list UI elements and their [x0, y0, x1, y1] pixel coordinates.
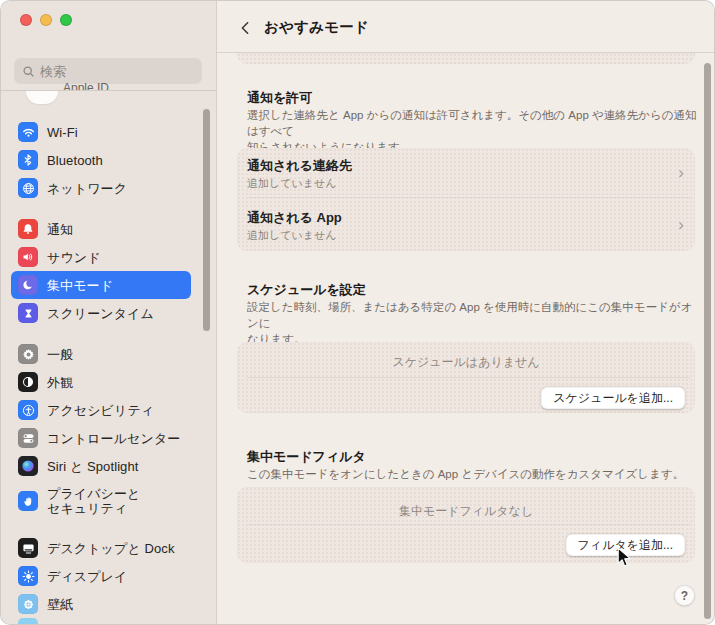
- schedule-card: スケジュールはありません スケジュールを追加...: [237, 342, 695, 413]
- search-input[interactable]: [40, 64, 194, 79]
- hourglass-icon: [18, 303, 38, 323]
- card-divider: [247, 524, 690, 525]
- apple-id-label-clipped: Apple ID: [63, 81, 109, 90]
- allow-notifications-heading: 通知を許可: [247, 89, 312, 107]
- header: おやすみモード: [217, 1, 715, 53]
- bell-icon: [18, 219, 38, 239]
- row-subtitle: 追加していません: [247, 176, 337, 191]
- allowed-people-apps-card: 通知される連絡先 追加していません › 通知される App 追加していません ›: [237, 148, 695, 251]
- bluetooth-icon: [18, 150, 38, 170]
- sidebar-item-bluetooth[interactable]: Bluetooth: [11, 146, 191, 174]
- search-icon: [22, 65, 35, 78]
- sidebar-item-label: プライバシーと セキュリティ: [47, 486, 141, 516]
- sidebar-item-label: ネットワーク: [47, 181, 127, 196]
- sidebar-item-appearance[interactable]: 外観: [11, 368, 191, 396]
- appearance-icon: [18, 372, 38, 392]
- main-scrollbar-thumb[interactable]: [704, 63, 711, 619]
- focus-filters-heading: 集中モードフィルタ: [247, 448, 366, 466]
- wifi-icon: [18, 122, 38, 142]
- sidebar-item-privacy-security[interactable]: プライバシーと セキュリティ: [11, 480, 191, 522]
- focus-filters-description: この集中モードをオンにしたときの App とデバイスの動作をカスタマイズします。: [247, 466, 697, 482]
- allowed-apps-row[interactable]: 通知される App 追加していません ›: [237, 198, 695, 251]
- sidebar-item-label: サウンド: [47, 250, 101, 265]
- scrolled-card-sliver: [237, 53, 695, 64]
- page-title: おやすみモード: [264, 1, 369, 53]
- avatar: [26, 91, 58, 104]
- privacy-hand-icon: [18, 491, 38, 511]
- accessibility-icon: [18, 400, 38, 420]
- sidebar-item-label: Siri と Spotlight: [47, 459, 139, 474]
- desktop-dock-icon: [18, 538, 38, 558]
- sidebar-item-label: 壁紙: [47, 597, 73, 612]
- sidebar-item-control-center[interactable]: コントロールセンター: [11, 424, 191, 452]
- sidebar-item-label: 通知: [47, 222, 73, 237]
- sidebar-item-label: デスクトップと Dock: [47, 541, 175, 556]
- schedule-empty-text: スケジュールはありません: [237, 354, 695, 371]
- row-title: 通知される連絡先: [247, 157, 352, 175]
- card-divider: [247, 377, 690, 378]
- sidebar-item-notifications[interactable]: 通知: [11, 215, 191, 243]
- display-icon: [18, 566, 38, 586]
- sidebar-item-accessibility[interactable]: アクセシビリティ: [11, 396, 191, 424]
- sidebar-item-desktop-dock[interactable]: デスクトップと Dock: [11, 534, 191, 562]
- sidebar-item-screen-time[interactable]: スクリーンタイム: [11, 299, 191, 327]
- close-button[interactable]: [20, 14, 32, 26]
- sidebar-item-label: 外観: [47, 375, 73, 390]
- globe-icon: [18, 178, 38, 198]
- sidebar-item-sound[interactable]: サウンド: [11, 243, 191, 271]
- schedule-description: 設定した時刻、場所、またはある特定の App を使用時に自動的にこの集中モードが…: [247, 299, 697, 347]
- sidebar-item-label: スクリーンタイム: [47, 306, 154, 321]
- sidebar-scrollbar-thumb[interactable]: [203, 109, 210, 331]
- main-pane: おやすみモード 通知を許可 選択した連絡先と App からの通知は許可されます。…: [217, 1, 715, 625]
- help-button[interactable]: ?: [674, 585, 695, 606]
- gear-icon: [18, 344, 38, 364]
- sidebar-item-label: ディスプレイ: [47, 569, 127, 584]
- sidebar-item-network[interactable]: ネットワーク: [11, 174, 191, 202]
- traffic-lights: [20, 14, 72, 26]
- siri-icon: [18, 456, 38, 476]
- speaker-icon: [18, 247, 38, 267]
- sidebar: Apple ID Wi-Fi Bluetooth: [1, 1, 217, 625]
- partially-visible-sidebar-icon: [18, 618, 38, 625]
- sidebar-item-label: Wi-Fi: [47, 125, 78, 140]
- sidebar-item-siri-spotlight[interactable]: Siri と Spotlight: [11, 452, 191, 480]
- sidebar-item-wifi[interactable]: Wi-Fi: [11, 118, 191, 146]
- add-schedule-button[interactable]: スケジュールを追加...: [541, 387, 685, 409]
- sidebar-item-displays[interactable]: ディスプレイ: [11, 562, 191, 590]
- moon-icon: [18, 275, 38, 295]
- sidebar-item-general[interactable]: 一般: [11, 340, 191, 368]
- row-subtitle: 追加していません: [247, 228, 337, 243]
- cursor-pointer-icon: [617, 547, 632, 572]
- back-button[interactable]: [235, 17, 257, 39]
- minimize-button[interactable]: [40, 14, 52, 26]
- allowed-contacts-row[interactable]: 通知される連絡先 追加していません ›: [237, 148, 695, 197]
- system-settings-window: Apple ID Wi-Fi Bluetooth: [0, 0, 715, 625]
- row-title: 通知される App: [247, 209, 342, 227]
- sidebar-item-label: 一般: [47, 347, 73, 362]
- sidebar-item-label: 集中モード: [47, 278, 113, 293]
- chevron-right-icon: ›: [678, 168, 684, 178]
- sidebar-item-label: コントロールセンター: [47, 431, 180, 446]
- sidebar-item-label: アクセシビリティ: [47, 403, 154, 418]
- chevron-right-icon: ›: [678, 220, 684, 230]
- sidebar-item-focus[interactable]: 集中モード: [11, 271, 191, 299]
- control-center-icon: [18, 428, 38, 448]
- sidebar-item-label: Bluetooth: [47, 153, 103, 168]
- schedule-heading: スケジュールを設定: [247, 281, 366, 299]
- sidebar-item-wallpaper[interactable]: 壁紙: [11, 590, 191, 618]
- zoom-button[interactable]: [60, 14, 72, 26]
- wallpaper-icon: [18, 594, 38, 614]
- filters-empty-text: 集中モードフィルタなし: [237, 503, 695, 520]
